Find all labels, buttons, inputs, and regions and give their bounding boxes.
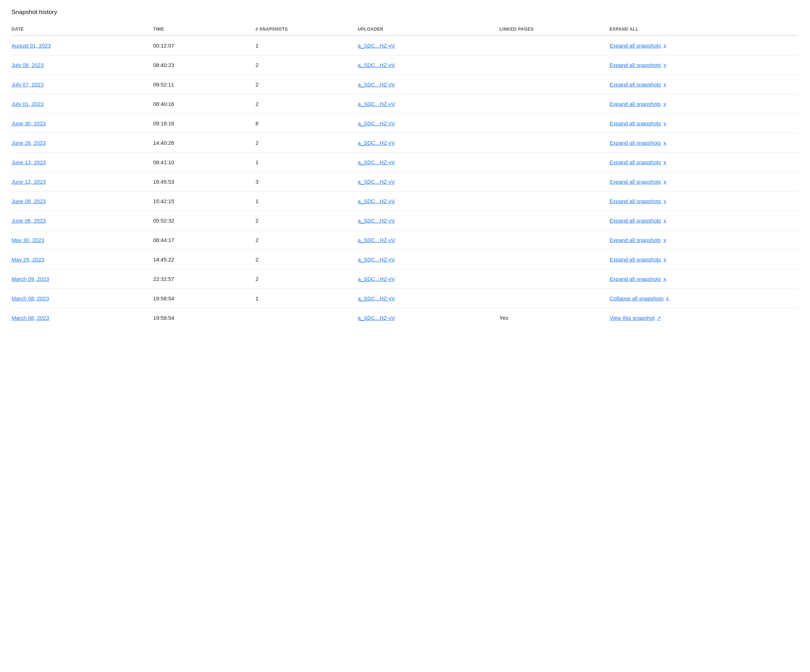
cell-expand: View this snapshot xyxy=(609,308,798,328)
expand-all-link[interactable]: Expand all snapshots xyxy=(609,120,667,127)
cell-linked-pages xyxy=(500,56,609,75)
date-link[interactable]: June 12, 2023 xyxy=(12,179,46,185)
uploader-link[interactable]: a_SDC...HZ-yV xyxy=(358,198,395,204)
cell-linked-pages xyxy=(500,230,609,250)
uploader-link[interactable]: a_SDC...HZ-yV xyxy=(358,101,395,107)
expand-all-link[interactable]: Expand all snapshots xyxy=(609,179,667,185)
cell-snapshots: 2 xyxy=(256,269,358,289)
cell-expand: Expand all snapshots xyxy=(609,75,798,95)
expand-all-link[interactable]: Expand all snapshots xyxy=(609,81,667,88)
uploader-link[interactable]: a_SDC...HZ-yV xyxy=(358,81,395,88)
cell-linked-pages xyxy=(500,114,609,133)
cell-snapshots: 1 xyxy=(256,289,358,308)
date-link[interactable]: March 08, 2023 xyxy=(12,315,49,321)
cell-time: 16:45:53 xyxy=(153,172,255,192)
expand-all-link[interactable]: Expand all snapshots xyxy=(609,257,667,263)
cell-snapshots: 3 xyxy=(256,172,358,192)
cell-time: 15:42:15 xyxy=(153,192,255,211)
uploader-link[interactable]: a_SDC...HZ-yV xyxy=(358,140,395,146)
expand-all-link[interactable]: Expand all snapshots xyxy=(609,218,667,224)
date-link[interactable]: June 08, 2023 xyxy=(12,198,46,204)
date-link[interactable]: July 07, 2023 xyxy=(12,81,44,88)
cell-date: March 08, 2023 xyxy=(12,308,153,328)
expand-all-link[interactable]: Expand all snapshots xyxy=(609,42,667,49)
view-snapshot-link[interactable]: View this snapshot xyxy=(609,315,661,321)
cell-uploader: a_SDC...HZ-yV xyxy=(358,35,500,56)
cell-snapshots: 2 xyxy=(256,250,358,269)
uploader-link[interactable]: a_SDC...HZ-yV xyxy=(358,62,395,68)
cell-uploader: a_SDC...HZ-yV xyxy=(358,95,500,114)
cell-time: 22:32:57 xyxy=(153,269,255,289)
table-row: June 08, 202315:42:151a_SDC...HZ-yVExpan… xyxy=(12,192,798,211)
date-link[interactable]: June 26, 2023 xyxy=(12,140,46,146)
cell-time: 08:40:23 xyxy=(153,56,255,75)
date-link[interactable]: March 09, 2023 xyxy=(12,276,49,282)
date-link[interactable]: May 30, 2023 xyxy=(12,237,44,243)
cell-linked-pages xyxy=(500,211,609,230)
cell-linked-pages xyxy=(500,192,609,211)
expand-all-link[interactable]: Expand all snapshots xyxy=(609,62,667,68)
date-link[interactable]: May 29, 2023 xyxy=(12,257,44,263)
date-link[interactable]: June 06, 2023 xyxy=(12,218,46,224)
cell-date: July 01, 2023 xyxy=(12,95,153,114)
date-link[interactable]: June 13, 2023 xyxy=(12,159,46,165)
collapse-all-link[interactable]: Collapse all snapshots xyxy=(609,295,669,301)
uploader-link[interactable]: a_SDC...HZ-yV xyxy=(358,276,395,282)
date-link[interactable]: August 01, 2023 xyxy=(12,42,51,49)
uploader-link[interactable]: a_SDC...HZ-yV xyxy=(358,218,395,224)
expand-all-link[interactable]: Expand all snapshots xyxy=(609,276,667,282)
uploader-link[interactable]: a_SDC...HZ-yV xyxy=(358,315,395,321)
cell-uploader: a_SDC...HZ-yV xyxy=(358,211,500,230)
cell-uploader: a_SDC...HZ-yV xyxy=(358,192,500,211)
cell-expand: Expand all snapshots xyxy=(609,269,798,289)
uploader-link[interactable]: a_SDC...HZ-yV xyxy=(358,295,395,301)
uploader-link[interactable]: a_SDC...HZ-yV xyxy=(358,237,395,243)
table-row: July 01, 202308:40:162a_SDC...HZ-yVExpan… xyxy=(12,95,798,114)
cell-uploader: a_SDC...HZ-yV xyxy=(358,133,500,153)
cell-expand: Expand all snapshots xyxy=(609,35,798,56)
cell-linked-pages xyxy=(500,35,609,56)
cell-linked-pages xyxy=(500,75,609,95)
cell-expand: Expand all snapshots xyxy=(609,133,798,153)
cell-uploader: a_SDC...HZ-yV xyxy=(358,56,500,75)
cell-linked-pages xyxy=(500,172,609,192)
cell-expand: Collapse all snapshots xyxy=(609,289,798,308)
uploader-link[interactable]: a_SDC...HZ-yV xyxy=(358,42,395,49)
cell-date: June 26, 2023 xyxy=(12,133,153,153)
date-link[interactable]: July 08, 2023 xyxy=(12,62,44,68)
cell-date: March 09, 2023 xyxy=(12,269,153,289)
date-link[interactable]: March 08, 2023 xyxy=(12,295,49,301)
expand-all-link[interactable]: Expand all snapshots xyxy=(609,159,667,165)
cell-linked-pages xyxy=(500,153,609,172)
cell-expand: Expand all snapshots xyxy=(609,95,798,114)
uploader-link[interactable]: a_SDC...HZ-yV xyxy=(358,120,395,127)
cell-linked-pages xyxy=(500,133,609,153)
uploader-link[interactable]: a_SDC...HZ-yV xyxy=(358,159,395,165)
cell-time: 09:52:11 xyxy=(153,75,255,95)
expand-all-link[interactable]: Expand all snapshots xyxy=(609,198,667,204)
table-row: July 07, 202309:52:112a_SDC...HZ-yVExpan… xyxy=(12,75,798,95)
cell-date: July 07, 2023 xyxy=(12,75,153,95)
uploader-link[interactable]: a_SDC...HZ-yV xyxy=(358,257,395,263)
date-link[interactable]: July 01, 2023 xyxy=(12,101,44,107)
expand-all-link[interactable]: Expand all snapshots xyxy=(609,237,667,243)
date-link[interactable]: June 30, 2023 xyxy=(12,120,46,127)
table-row: June 12, 202316:45:533a_SDC...HZ-yVExpan… xyxy=(12,172,798,192)
cell-time: 00:12:07 xyxy=(153,35,255,56)
cell-date: March 08, 2023 xyxy=(12,289,153,308)
table-row: June 30, 202309:18:166a_SDC...HZ-yVExpan… xyxy=(12,114,798,133)
cell-snapshots: 1 xyxy=(256,192,358,211)
cell-time: 14:45:22 xyxy=(153,250,255,269)
cell-date: May 30, 2023 xyxy=(12,230,153,250)
cell-snapshots: 1 xyxy=(256,153,358,172)
expand-all-link[interactable]: Expand all snapshots xyxy=(609,101,667,107)
expand-all-link[interactable]: Expand all snapshots xyxy=(609,140,667,146)
uploader-link[interactable]: a_SDC...HZ-yV xyxy=(358,179,395,185)
cell-snapshots: 2 xyxy=(256,75,358,95)
cell-date: June 08, 2023 xyxy=(12,192,153,211)
table-row: August 01, 202300:12:071a_SDC...HZ-yVExp… xyxy=(12,35,798,56)
cell-time: 05:52:32 xyxy=(153,211,255,230)
cell-linked-pages xyxy=(500,269,609,289)
cell-time: 09:18:16 xyxy=(153,114,255,133)
cell-date: June 12, 2023 xyxy=(12,172,153,192)
